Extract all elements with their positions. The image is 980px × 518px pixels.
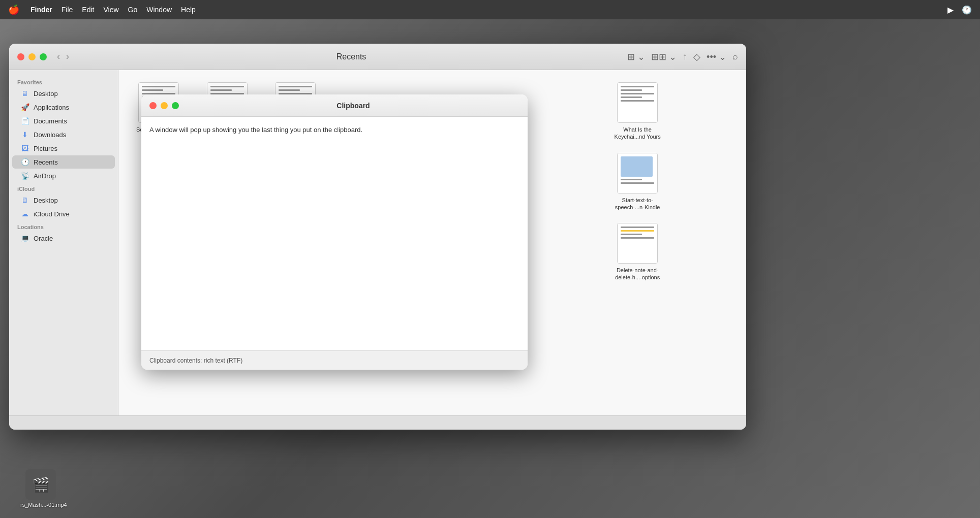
- clipboard-title: Clipboard: [187, 102, 519, 110]
- clipboard-contents-text: Clipboard contents: rich text (RTF): [149, 357, 242, 364]
- desktop-file-icon: 🎬: [25, 469, 56, 500]
- file-name: What Is the Keychai...nd Yours: [612, 126, 663, 141]
- sidebar-label-recents: Recents: [34, 158, 58, 166]
- applications-icon: 🚀: [20, 103, 29, 111]
- downloads-icon: ⬇: [20, 131, 29, 139]
- locations-section-title: Locations: [9, 221, 118, 231]
- search-icon[interactable]: ⌕: [732, 51, 738, 62]
- file-item[interactable]: What Is the Keychai...nd Yours: [605, 78, 670, 145]
- airdrop-icon: 📡: [20, 172, 29, 180]
- desktop-file-label: rs_Mash...-01.mp4: [20, 502, 61, 508]
- sidebar-label-downloads: Downloads: [34, 131, 66, 139]
- sidebar-item-icloud-desktop[interactable]: 🖥 Desktop: [12, 193, 115, 207]
- menu-bar: 🍎 Finder File Edit View Go Window Help ▶…: [0, 0, 980, 19]
- close-button[interactable]: [17, 53, 24, 60]
- recents-icon: 🕐: [20, 158, 29, 166]
- desktop-background: ‹ › Recents ⊞ ⌄ ⊞⊞ ⌄ ↑ ◇ ••• ⌄ ⌕ Favorit…: [0, 19, 980, 518]
- clipboard-minimize-button[interactable]: [161, 102, 168, 109]
- clipboard-body: A window will pop up showing you the las…: [141, 117, 528, 350]
- sidebar-label-pictures: Pictures: [34, 145, 57, 152]
- menu-window[interactable]: Window: [146, 6, 172, 14]
- clipboard-titlebar: Clipboard: [141, 94, 528, 117]
- sidebar-label-airdrop: AirDrop: [34, 172, 56, 180]
- menu-edit[interactable]: Edit: [82, 6, 94, 14]
- menu-go[interactable]: Go: [128, 6, 138, 14]
- icloud-drive-icon: ☁: [20, 210, 29, 218]
- file-thumbnail: [617, 223, 658, 264]
- clipboard-maximize-button[interactable]: [172, 102, 179, 109]
- finder-nav: ‹ ›: [55, 51, 71, 62]
- sidebar-item-pictures[interactable]: 🖼 Pictures: [12, 142, 115, 155]
- menu-bar-right: ▶ 🕐: [947, 5, 972, 15]
- file-name: Start-text-to- speech-...n-Kindle: [612, 197, 663, 211]
- share-icon[interactable]: ↑: [683, 51, 687, 62]
- pictures-icon: 🖼: [20, 144, 29, 152]
- play-icon[interactable]: ▶: [947, 5, 954, 15]
- clipboard-close-button[interactable]: [149, 102, 157, 109]
- sidebar-item-documents[interactable]: 📄 Documents: [12, 114, 115, 127]
- clipboard-popup: Clipboard A window will pop up showing y…: [141, 94, 528, 370]
- sidebar: Favorites 🖥 Desktop 🚀 Applications 📄 Doc…: [9, 70, 118, 415]
- sidebar-label-applications: Applications: [34, 104, 69, 111]
- view-group-icon[interactable]: ⊞⊞ ⌄: [651, 51, 677, 62]
- sidebar-item-desktop[interactable]: 🖥 Desktop: [12, 87, 115, 100]
- icloud-desktop-icon: 🖥: [20, 196, 29, 204]
- clipboard-footer: Clipboard contents: rich text (RTF): [141, 350, 528, 370]
- menu-file[interactable]: File: [62, 6, 73, 14]
- sidebar-item-recents[interactable]: 🕐 Recents: [12, 155, 115, 169]
- apple-menu-icon[interactable]: 🍎: [8, 4, 19, 15]
- finder-title: Recents: [75, 52, 627, 61]
- maximize-button[interactable]: [40, 53, 47, 60]
- desktop-icon: 🖥: [20, 89, 29, 98]
- menu-view[interactable]: View: [103, 6, 118, 14]
- sidebar-label-icloud-desktop: Desktop: [34, 197, 58, 204]
- file-thumbnail: [617, 82, 658, 123]
- forward-button[interactable]: ›: [64, 51, 71, 62]
- view-grid-icon[interactable]: ⊞ ⌄: [627, 51, 645, 62]
- back-button[interactable]: ‹: [55, 51, 62, 62]
- window-controls: [17, 53, 47, 60]
- sidebar-label-icloud-drive: iCloud Drive: [34, 210, 70, 218]
- menu-help[interactable]: Help: [181, 6, 196, 14]
- finder-statusbar: [9, 415, 746, 430]
- menu-finder[interactable]: Finder: [30, 6, 52, 14]
- sidebar-item-icloud-drive[interactable]: ☁ iCloud Drive: [12, 207, 115, 220]
- sidebar-label-documents: Documents: [34, 117, 67, 125]
- sidebar-label-desktop: Desktop: [34, 90, 58, 98]
- file-item[interactable]: Start-text-to- speech-...n-Kindle: [605, 149, 670, 215]
- clipboard-description: A window will pop up showing you the las…: [149, 125, 519, 135]
- tag-icon[interactable]: ◇: [693, 51, 700, 62]
- sidebar-item-downloads[interactable]: ⬇ Downloads: [12, 128, 115, 141]
- documents-icon: 📄: [20, 117, 29, 125]
- finder-toolbar-right: ⊞ ⌄ ⊞⊞ ⌄ ↑ ◇ ••• ⌄ ⌕: [627, 51, 738, 62]
- finder-titlebar: ‹ › Recents ⊞ ⌄ ⊞⊞ ⌄ ↑ ◇ ••• ⌄ ⌕: [9, 44, 746, 70]
- file-name: Delete-note-and- delete-h...-options: [612, 267, 663, 281]
- sidebar-item-oracle[interactable]: 💻 Oracle: [12, 232, 115, 245]
- icloud-section-title: iCloud: [9, 183, 118, 193]
- sidebar-item-applications[interactable]: 🚀 Applications: [12, 101, 115, 114]
- file-item[interactable]: Delete-note-and- delete-h...-options: [605, 219, 670, 285]
- more-options-icon[interactable]: ••• ⌄: [707, 51, 726, 62]
- oracle-icon: 💻: [20, 234, 29, 242]
- clipboard-window-controls: [149, 102, 179, 109]
- favorites-section-title: Favorites: [9, 76, 118, 86]
- file-thumbnail: [617, 153, 658, 193]
- clock-icon[interactable]: 🕐: [962, 5, 972, 15]
- desktop-file-item[interactable]: 🎬 rs_Mash...-01.mp4: [20, 469, 61, 508]
- sidebar-item-airdrop[interactable]: 📡 AirDrop: [12, 169, 115, 182]
- sidebar-label-oracle: Oracle: [34, 235, 53, 242]
- minimize-button[interactable]: [28, 53, 36, 60]
